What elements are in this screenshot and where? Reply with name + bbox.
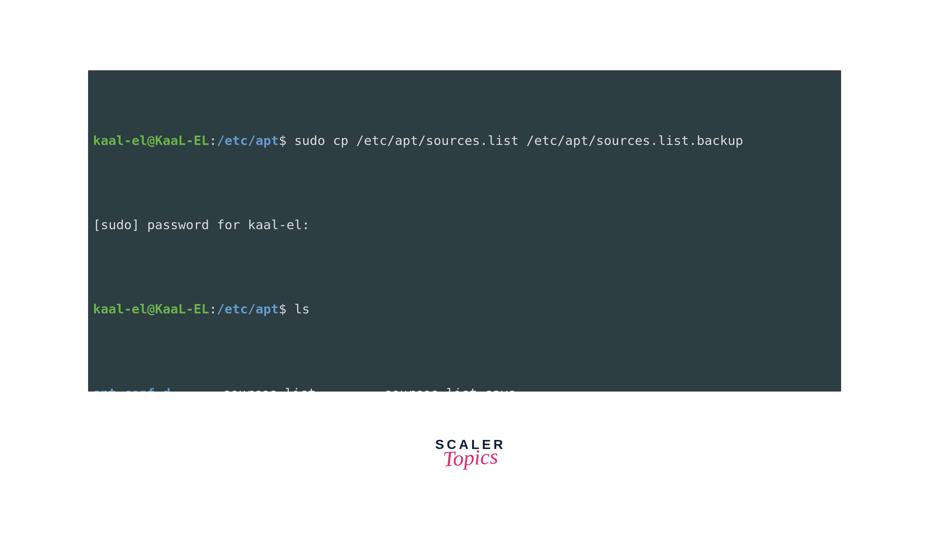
- ls-entry-file: sources.list: [223, 387, 384, 392]
- ls-entry-dir: apt.conf.d: [93, 387, 223, 392]
- prompt-host: KaaL-EL: [155, 302, 209, 315]
- ls-row: apt.conf.d sources.list sources.list.sav…: [93, 377, 841, 392]
- prompt-at: @: [147, 302, 155, 315]
- prompt-user: kaal-el: [93, 134, 147, 147]
- ls-entry-file: sources.list.save: [384, 387, 841, 392]
- terminal-line: kaal-el@KaaL-EL:/etc/apt$ ls: [93, 292, 841, 325]
- prompt-symbol: $: [279, 302, 286, 315]
- command-text: sudo cp /etc/apt/sources.list /etc/apt/s…: [294, 134, 743, 147]
- sudo-password-prompt: [sudo] password for kaal-el:: [93, 218, 309, 231]
- prompt-host: KaaL-EL: [155, 134, 209, 147]
- spacer: [286, 134, 294, 147]
- prompt-colon: :: [209, 134, 217, 147]
- spacer: [286, 302, 294, 315]
- prompt-user: kaal-el: [93, 302, 147, 315]
- prompt-cwd: /etc/apt: [217, 302, 279, 315]
- terminal-window[interactable]: kaal-el@KaaL-EL:/etc/apt$ sudo cp /etc/a…: [88, 70, 841, 392]
- prompt-symbol: $: [279, 134, 286, 147]
- command-text: ls: [294, 302, 310, 315]
- terminal-line: [sudo] password for kaal-el:: [93, 208, 841, 241]
- prompt-at: @: [147, 134, 155, 147]
- prompt-cwd: /etc/apt: [217, 134, 279, 147]
- terminal-content: kaal-el@KaaL-EL:/etc/apt$ sudo cp /etc/a…: [88, 70, 841, 392]
- scaler-topics-logo: SCALER Topics: [427, 437, 514, 467]
- prompt-colon: :: [209, 302, 217, 315]
- terminal-line: kaal-el@KaaL-EL:/etc/apt$ sudo cp /etc/a…: [93, 124, 841, 157]
